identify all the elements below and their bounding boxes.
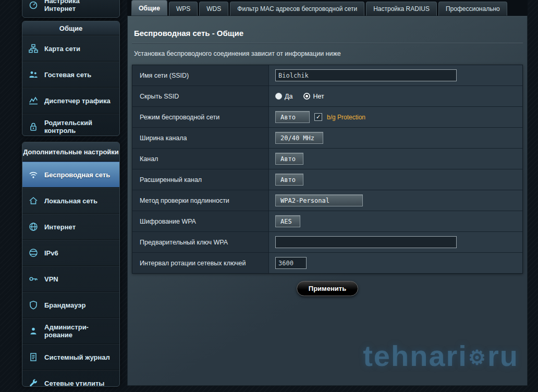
sidebar-item-label: Родительский контроль xyxy=(44,119,119,134)
extension-channel-label: Расширенный канал xyxy=(132,169,269,190)
wpa-key-label: Предварительный ключ WPA xyxy=(132,232,269,252)
wrench-icon xyxy=(22,378,44,387)
sidebar-section-title-advanced: Дополнительные настройки xyxy=(22,142,119,162)
content-panel: Беспроводная сеть - Общие Установка бесп… xyxy=(127,16,528,386)
sidebar-item-wan[interactable]: Интернет xyxy=(22,214,119,240)
watermark-text-left: tehnari xyxy=(363,339,468,373)
main-area: Общие WPS WDS Фильтр MAC адресов беспров… xyxy=(127,0,528,392)
radio-label: Нет xyxy=(313,93,324,100)
wireless-mode-label: Режим беспроводной сети xyxy=(132,107,269,127)
tab-professional[interactable]: Профессионально xyxy=(438,2,507,16)
sidebar-item-firewall[interactable]: Брандмауэр xyxy=(22,292,119,318)
sidebar-item-label: VPN xyxy=(44,275,119,283)
sidebar-item-ipv6[interactable]: IPv6 xyxy=(22,240,119,266)
wpa-encryption-label: Шифрование WPA xyxy=(132,211,269,231)
wifi-icon xyxy=(22,169,44,180)
watermark-text-right: ru xyxy=(487,339,519,373)
sidebar-section-title-general: Общие xyxy=(22,21,119,35)
sidebar-item-label: Администри- рование xyxy=(44,323,119,339)
tab-wps[interactable]: WPS xyxy=(169,2,198,16)
sidebar-item-administration[interactable]: Администри- рование xyxy=(22,318,119,344)
wireless-mode-select[interactable]: Авто xyxy=(275,111,310,123)
traffic-manager-icon xyxy=(22,95,44,106)
ipv6-globe-icon xyxy=(22,248,44,258)
sidebar-item-lan[interactable]: Локальная сеть xyxy=(22,188,119,214)
sidebar-item-label: Карта сети xyxy=(44,45,119,53)
table-row-wpa-key: Предварительный ключ WPA xyxy=(132,232,522,253)
hide-ssid-label: Скрыть SSID xyxy=(132,86,269,106)
sidebar-item-label: Сетевые утилиты xyxy=(44,379,119,387)
table-row-wpa-encryption: Шифрование WPA AES xyxy=(132,211,522,232)
parental-control-lock-icon xyxy=(22,121,44,132)
tab-radius[interactable]: Настройка RADIUS xyxy=(366,2,437,16)
table-row-channel: Канал Авто xyxy=(132,149,522,169)
sidebar-item-vpn[interactable]: VPN xyxy=(22,266,119,292)
sidebar-item-wireless[interactable]: Беспроводная сеть xyxy=(22,162,119,188)
router-admin-page: Настройка Интернет Общие Карта сети Гост… xyxy=(0,0,538,392)
sidebar-panel-general: Общие Карта сети Гостевая сеть Диспетчер… xyxy=(22,21,120,136)
hide-ssid-radio-yes[interactable]: Да xyxy=(275,93,292,100)
key-icon xyxy=(22,274,44,284)
sidebar-item-network-map[interactable]: Карта сети xyxy=(22,35,119,62)
bg-protection-label: b/g Protection xyxy=(327,114,365,121)
table-row-wireless-mode: Режим беспроводной сети Авто ✓ b/g Prote… xyxy=(132,107,522,128)
key-rotation-label: Интервал ротации сетевых ключей xyxy=(132,253,269,273)
ssid-label: Имя сети (SSID) xyxy=(132,65,269,85)
extension-channel-select[interactable]: Авто xyxy=(275,174,303,186)
sidebar-item-label: Интернет xyxy=(44,223,119,231)
auth-method-label: Метод проверки подлинности xyxy=(132,190,269,211)
radio-label: Да xyxy=(285,93,292,100)
sidebar-item-label: Брандмауэр xyxy=(44,301,119,309)
tab-wds[interactable]: WDS xyxy=(199,2,228,16)
table-row-auth-method: Метод проверки подлинности WPA2-Personal xyxy=(132,190,522,211)
sidebar-item-label: Диспетчер трафика xyxy=(44,97,119,105)
sidebar-item-system-log[interactable]: Системный журнал xyxy=(22,344,119,370)
sidebar-item-label: Настройка Интернет xyxy=(44,0,119,13)
admin-person-icon xyxy=(22,326,44,336)
sidebar-item-label: Беспроводная сеть xyxy=(44,171,119,179)
wpa-key-input[interactable] xyxy=(275,236,457,248)
tab-mac-filter[interactable]: Фильтр MAC адресов беспроводной сети xyxy=(230,2,364,16)
sidebar-item-guest-network[interactable]: Гостевая сеть xyxy=(22,62,119,88)
sidebar-item-label: Локальная сеть xyxy=(44,197,119,205)
hide-ssid-radio-no[interactable]: Нет xyxy=(303,93,324,100)
page-title: Беспроводная сеть - Общие xyxy=(134,29,521,38)
table-row-extension-channel: Расширенный канал Авто xyxy=(132,169,522,190)
shield-icon xyxy=(22,300,44,310)
wpa-encryption-select[interactable]: AES xyxy=(275,215,300,227)
table-row-ssid: Имя сети (SSID) xyxy=(132,65,522,86)
title-divider xyxy=(132,43,523,44)
key-rotation-input[interactable] xyxy=(275,257,307,269)
quick-setup-icon xyxy=(22,0,44,10)
table-row-key-rotation: Интервал ротации сетевых ключей xyxy=(132,253,522,273)
watermark: tehnari⚙ru xyxy=(363,339,519,373)
ssid-input[interactable] xyxy=(275,69,457,81)
sidebar-item-traffic-manager[interactable]: Диспетчер трафика xyxy=(22,88,119,114)
channel-width-label: Ширина канала xyxy=(132,128,269,148)
globe-icon xyxy=(22,222,44,232)
channel-width-select[interactable]: 20/40 MHz xyxy=(275,132,323,144)
page-subtitle: Установка беспроводного соединения завис… xyxy=(134,50,521,57)
sidebar-item-label: Гостевая сеть xyxy=(44,71,119,79)
channel-select[interactable]: Авто xyxy=(275,153,303,165)
guest-network-icon xyxy=(22,69,44,80)
gear-icon: ⚙ xyxy=(468,346,487,369)
radio-circle xyxy=(275,93,282,100)
home-icon xyxy=(22,195,44,206)
sidebar-panel-advanced: Дополнительные настройки Беспроводная се… xyxy=(22,142,120,387)
network-map-icon xyxy=(22,43,44,54)
log-document-icon xyxy=(22,352,44,362)
sidebar-item-label: Системный журнал xyxy=(44,353,119,361)
channel-label: Канал xyxy=(132,149,269,169)
sidebar-item-network-tools[interactable]: Сетевые утилиты xyxy=(22,370,119,387)
sidebar-panel-qis: Настройка Интернет xyxy=(22,0,120,18)
sidebar-item-parental-control[interactable]: Родительский контроль xyxy=(22,114,119,136)
tab-general[interactable]: Общие xyxy=(131,0,167,16)
apply-button[interactable]: Применить xyxy=(297,281,358,296)
auth-method-select[interactable]: WPA2-Personal xyxy=(275,194,363,206)
settings-table: Имя сети (SSID) Скрыть SSID Да xyxy=(132,65,523,274)
table-row-hide-ssid: Скрыть SSID Да Нет xyxy=(132,86,522,107)
tab-bar: Общие WPS WDS Фильтр MAC адресов беспров… xyxy=(127,0,528,16)
sidebar-item-internet-setup[interactable]: Настройка Интернет xyxy=(22,0,119,16)
bg-protection-checkbox[interactable]: ✓ xyxy=(314,113,322,121)
